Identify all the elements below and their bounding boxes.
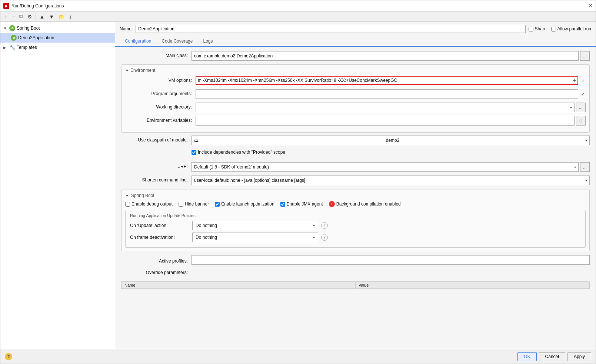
classpath-module-value: demo2 xyxy=(386,138,400,143)
main-class-row: Main class: … xyxy=(121,51,590,61)
allow-parallel-checkbox[interactable] xyxy=(551,27,556,31)
on-frame-dropdown[interactable]: Do nothing ▾ xyxy=(192,233,318,242)
move-up-button[interactable]: ▲ xyxy=(37,13,46,21)
bottom-right: OK Cancel Apply xyxy=(517,352,591,361)
working-dir-control: ▾ … xyxy=(196,103,586,112)
copy-config-button[interactable]: ⧉ xyxy=(17,12,25,21)
jre-value: Default (1.8 - SDK of 'demo2' module) xyxy=(194,164,269,170)
templates-tree-item[interactable]: ▶ 🔧 Templates xyxy=(0,43,115,52)
jre-browse[interactable]: … xyxy=(580,162,590,172)
shorten-cmd-dropdown[interactable]: user-local default: none - java [options… xyxy=(192,176,590,185)
hide-banner-checkbox[interactable] xyxy=(179,202,183,207)
working-dir-arrow: ▾ xyxy=(570,106,572,110)
jre-label: JRE: xyxy=(121,162,192,169)
name-input[interactable] xyxy=(136,25,525,33)
main-class-input[interactable] xyxy=(192,51,579,61)
running-app-policies-box: Running Application Update Policies On '… xyxy=(125,210,586,248)
env-vars-browse[interactable]: ⊟ xyxy=(576,116,586,126)
main-class-control: … xyxy=(192,51,590,61)
run-debug-configurations-window: ▶ Run/Debug Configurations ✕ + − ⧉ ⚙ ▲ ▼… xyxy=(0,0,596,364)
vm-options-label: VM options: xyxy=(125,76,196,83)
environment-section: ▼ Environment VM options: m -Xms1024m -X… xyxy=(121,64,590,133)
jre-row: JRE: Default (1.8 - SDK of 'demo2' modul… xyxy=(121,162,590,173)
main-content: ▼ ✿ Spring Boot ✿ Demo2Application ▶ 🔧 T… xyxy=(0,22,596,349)
folder-button[interactable]: 📁 xyxy=(57,13,67,21)
jre-control: Default (1.8 - SDK of 'demo2' module) ▾ … xyxy=(192,162,590,172)
move-down-button[interactable]: ▼ xyxy=(47,13,56,21)
hide-banner-label[interactable]: Hide banner xyxy=(179,201,209,207)
shorten-cmd-label: Shorten command line: xyxy=(121,176,192,183)
on-update-help-icon[interactable]: ? xyxy=(321,222,328,229)
demo2application-tree-item[interactable]: ✿ Demo2Application xyxy=(0,33,115,43)
include-deps-checkbox[interactable] xyxy=(192,150,196,155)
on-frame-arrow: ▾ xyxy=(313,236,315,240)
config-panel: Main class: … ▼ Environment VM options: xyxy=(115,47,596,349)
share-label: Share xyxy=(535,26,547,31)
classpath-label: Use classpath of module: xyxy=(121,136,192,143)
allow-parallel-label[interactable]: Allow parallel run xyxy=(551,26,591,31)
ok-button[interactable]: OK xyxy=(517,352,536,361)
jre-dropdown[interactable]: Default (1.8 - SDK of 'demo2' module) ▾ xyxy=(192,162,579,172)
main-class-browse-button[interactable]: … xyxy=(580,51,590,61)
tab-configuration[interactable]: Configuration xyxy=(120,36,156,47)
classpath-dropdown[interactable]: 🗂 demo2 ▾ xyxy=(192,136,590,145)
active-profiles-label: Active profiles: xyxy=(121,257,192,264)
settings-button[interactable]: ⚙ xyxy=(26,13,34,21)
vm-options-wrapper: m -Xms1024m -Xmx1024m -Xmn256m -Xss256k … xyxy=(196,76,578,85)
running-app-title: Running Application Update Policies xyxy=(130,213,581,218)
working-dir-row: Working directory: ▾ … xyxy=(125,103,586,113)
enable-jmx-checkbox[interactable] xyxy=(280,202,285,207)
program-args-control: ⤢ xyxy=(196,89,586,99)
environment-arrow: ▼ xyxy=(125,69,129,73)
enable-jmx-label[interactable]: Enable JMX agent xyxy=(280,201,323,207)
vm-plus-button[interactable]: + xyxy=(573,77,576,83)
enable-launch-label[interactable]: Enable launch optimization xyxy=(215,201,274,207)
tab-code-coverage[interactable]: Code Coverage xyxy=(156,36,198,47)
on-frame-help-icon[interactable]: ? xyxy=(321,234,328,241)
include-deps-spacer xyxy=(121,149,192,151)
enable-debug-label[interactable]: Enable debug output xyxy=(125,201,173,207)
on-update-arrow: ▾ xyxy=(313,224,315,228)
remove-config-button[interactable]: − xyxy=(10,13,17,21)
share-row: Share Allow parallel run xyxy=(529,26,591,31)
sort-button[interactable]: ↕ xyxy=(67,13,74,21)
tab-logs[interactable]: Logs xyxy=(198,36,218,47)
share-checkbox[interactable] xyxy=(529,27,533,31)
add-config-button[interactable]: + xyxy=(3,13,9,21)
share-checkbox-label[interactable]: Share xyxy=(529,26,547,31)
help-button[interactable]: ? xyxy=(5,353,12,360)
on-update-dropdown[interactable]: Do nothing ▾ xyxy=(192,221,318,230)
env-vars-input[interactable] xyxy=(196,116,575,126)
enable-debug-checkbox[interactable] xyxy=(125,202,130,207)
enable-launch-checkbox[interactable] xyxy=(215,202,220,207)
program-args-input[interactable] xyxy=(196,89,578,99)
on-update-value: Do nothing xyxy=(196,223,217,228)
on-frame-value: Do nothing xyxy=(196,235,217,240)
main-toolbar: + − ⧉ ⚙ ▲ ▼ 📁 ↕ xyxy=(0,11,596,22)
vm-options-control: m -Xms1024m -Xmx1024m -Xmn256m -Xss256k … xyxy=(196,76,586,85)
close-button[interactable]: ✕ xyxy=(588,2,593,9)
cancel-button[interactable]: Cancel xyxy=(539,352,565,361)
spring-boot-section-label: Spring Boot xyxy=(131,193,154,198)
apply-button[interactable]: Apply xyxy=(567,352,591,361)
bottom-bar: ? OK Cancel Apply xyxy=(0,349,596,364)
classpath-arrow: ▾ xyxy=(585,138,587,143)
left-panel: ▼ ✿ Spring Boot ✿ Demo2Application ▶ 🔧 T… xyxy=(0,22,115,349)
jre-arrow: ▾ xyxy=(574,165,576,169)
vm-options-text: m -Xms1024m -Xmx1024m -Xmn256m -Xss256k … xyxy=(198,78,572,83)
working-dir-dropdown[interactable]: ▾ xyxy=(196,103,575,112)
active-profiles-input[interactable] xyxy=(192,255,590,265)
working-dir-browse[interactable]: … xyxy=(576,103,586,112)
include-deps-label: Include dependencies with "Provided" sco… xyxy=(198,150,285,155)
enable-debug-text: Enable debug output xyxy=(131,201,173,207)
main-class-label: Main class: xyxy=(121,51,192,58)
spring-boot-section-arrow: ▼ xyxy=(125,194,129,198)
expand-arrow: ▼ xyxy=(3,26,8,30)
program-args-expand[interactable]: ⤢ xyxy=(580,90,586,98)
toolbar-separator-1 xyxy=(36,13,36,20)
vm-expand-button[interactable]: ⤢ xyxy=(580,76,586,84)
templates-icon: 🔧 xyxy=(9,44,15,50)
spring-boot-tree-item[interactable]: ▼ ✿ Spring Boot xyxy=(0,23,115,33)
spring-boot-section-title: ▼ Spring Boot xyxy=(125,193,586,198)
working-dir-label: Working directory: xyxy=(125,103,196,110)
